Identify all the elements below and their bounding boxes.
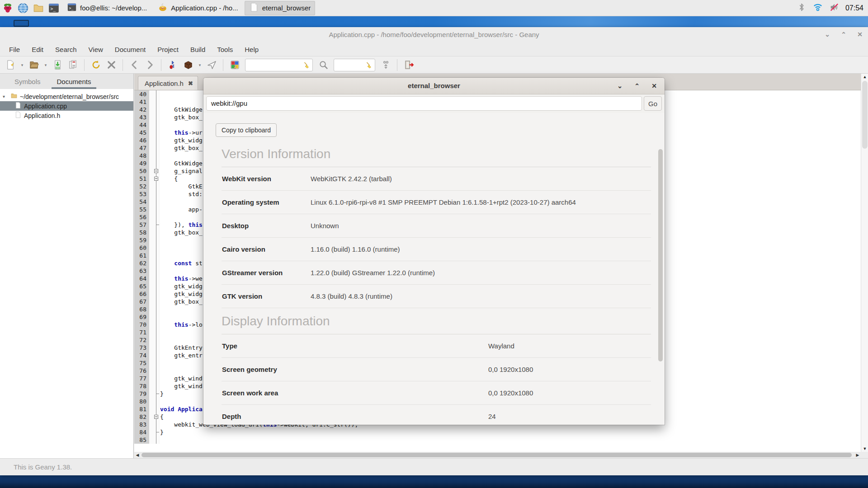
quit-icon[interactable]: [402, 58, 415, 72]
compile-icon[interactable]: [166, 58, 179, 72]
save-icon[interactable]: [51, 58, 64, 72]
file-manager-icon[interactable]: [32, 1, 45, 15]
section-heading: Display Information: [222, 314, 651, 334]
table-row: Cairo version1.16.0 (build) 1.16.0 (runt…: [222, 238, 651, 261]
scroll-up-icon[interactable]: ▲: [861, 74, 868, 80]
code-line[interactable]: 84}: [134, 428, 861, 436]
minimize-icon[interactable]: ⌄: [616, 82, 624, 90]
scroll-down-icon[interactable]: ▼: [861, 446, 868, 452]
chevron-down-icon[interactable]: ▾: [19, 58, 25, 72]
tree-item-application-h[interactable]: Application.h: [0, 111, 133, 120]
row-value: 4.8.3 (build) 4.8.3 (runtime): [311, 292, 392, 300]
find-icon[interactable]: [316, 58, 330, 72]
tree-item-application-cpp[interactable]: Application.cpp: [0, 101, 133, 111]
vscroll-thumb[interactable]: [862, 81, 868, 149]
page-scrollbar[interactable]: [658, 149, 663, 422]
fold-margin: [149, 236, 160, 244]
save-all-icon[interactable]: [66, 58, 80, 72]
code-line[interactable]: 85: [134, 436, 861, 444]
bluetooth-icon[interactable]: [797, 2, 807, 14]
menu-view[interactable]: View: [83, 44, 109, 55]
volume-muted-icon[interactable]: [829, 2, 839, 14]
clock[interactable]: 07:54: [845, 4, 863, 12]
fold-collapse-icon[interactable]: [154, 415, 158, 419]
menu-document[interactable]: Document: [109, 44, 151, 55]
editor-vertical-scrollbar[interactable]: ▲ ▼: [861, 74, 868, 452]
code-text: gtk_box_: [160, 113, 203, 121]
expander-icon[interactable]: ▾: [3, 94, 8, 99]
tree-item-label: Application.h: [24, 112, 60, 119]
menu-build[interactable]: Build: [184, 44, 211, 55]
task-button[interactable]: eternal_browser: [245, 1, 316, 15]
tab-application-h[interactable]: Application.h ✖: [138, 76, 198, 90]
run-icon[interactable]: [205, 58, 218, 72]
close-icon[interactable]: ✕: [855, 30, 864, 39]
line-number: 77: [134, 375, 149, 382]
sidebar-tabs: SymbolsDocuments: [0, 74, 133, 89]
build-icon[interactable]: [181, 58, 195, 72]
url-input[interactable]: webkit://gpu: [206, 96, 642, 111]
fold-collapse-icon[interactable]: [154, 177, 158, 181]
terminal-icon[interactable]: >_: [47, 1, 61, 15]
new-file-icon[interactable]: [4, 58, 17, 72]
code-text: gtk_widg: [160, 282, 203, 290]
fold-margin: [149, 375, 160, 382]
chevron-down-icon[interactable]: ▾: [42, 58, 49, 72]
clear-broom-icon[interactable]: [302, 61, 311, 69]
close-file-icon[interactable]: [104, 58, 118, 72]
fold-collapse-icon[interactable]: [154, 169, 158, 173]
raspberry-menu-icon[interactable]: [1, 1, 14, 15]
menu-tools[interactable]: Tools: [211, 44, 239, 55]
tab-close-icon[interactable]: ✖: [188, 80, 193, 87]
color-chooser-icon[interactable]: [228, 58, 241, 72]
toolbar-separator: [223, 59, 223, 71]
line-number: 43: [134, 113, 149, 121]
menu-help[interactable]: Help: [239, 44, 264, 55]
hscroll-thumb[interactable]: [142, 453, 852, 457]
back-icon[interactable]: [127, 58, 141, 72]
tree-root-folder[interactable]: ▾~/development/eternal_browser/src: [0, 92, 133, 101]
minimize-icon[interactable]: ⌄: [823, 30, 832, 39]
open-file-icon[interactable]: [27, 58, 41, 72]
copy-to-clipboard-button[interactable]: Copy to clipboard: [216, 123, 277, 137]
forward-icon[interactable]: [143, 58, 156, 72]
code-text: }: [160, 390, 164, 398]
menu-search[interactable]: Search: [49, 44, 83, 55]
menu-edit[interactable]: Edit: [26, 44, 49, 55]
menu-project[interactable]: Project: [151, 44, 184, 55]
fold-margin: [149, 428, 160, 436]
fold-margin: [149, 413, 160, 421]
line-number: 63: [134, 267, 149, 275]
code-text: this->ur: [160, 129, 203, 136]
close-icon[interactable]: ✕: [650, 82, 658, 90]
maximize-icon[interactable]: ⌃: [633, 82, 641, 90]
geany-titlebar[interactable]: Application.cpp - /home/foo/development/…: [0, 27, 868, 42]
jump-to-icon[interactable]: [379, 58, 392, 72]
wifi-icon[interactable]: [813, 2, 823, 14]
browser-titlebar[interactable]: eternal_browser ⌄ ⌃ ✕: [203, 78, 665, 94]
terminal-icon: >_: [67, 2, 77, 14]
scroll-left-icon[interactable]: ◀: [134, 452, 141, 458]
row-label: GStreamer version: [222, 269, 283, 277]
fold-margin: [149, 113, 160, 121]
maximize-icon[interactable]: ⌃: [839, 30, 848, 39]
scroll-right-icon[interactable]: ▶: [854, 452, 861, 458]
page-scroll-thumb[interactable]: [658, 149, 663, 361]
task-button[interactable]: >_foo@ellis: ~/develop...: [62, 1, 151, 15]
svg-text:>_: >_: [50, 6, 56, 12]
sidebar-tab-documents[interactable]: Documents: [51, 75, 98, 89]
globe-browser-icon[interactable]: [16, 1, 30, 15]
chevron-down-icon[interactable]: ▾: [197, 58, 203, 72]
menu-file[interactable]: File: [3, 44, 26, 55]
revert-icon[interactable]: [89, 58, 103, 72]
desktop-trash-icon[interactable]: [14, 20, 29, 27]
task-button[interactable]: Application.cpp - /ho...: [153, 1, 242, 15]
search-input[interactable]: [245, 59, 313, 71]
editor-horizontal-scrollbar[interactable]: ◀ ▶: [134, 452, 861, 458]
clear-broom-icon[interactable]: [365, 61, 373, 69]
goto-line-input[interactable]: [334, 59, 375, 71]
fold-margin: [149, 267, 160, 275]
line-number: 41: [134, 98, 149, 106]
sidebar-tab-symbols[interactable]: Symbols: [8, 75, 47, 89]
go-button[interactable]: Go: [644, 96, 662, 111]
